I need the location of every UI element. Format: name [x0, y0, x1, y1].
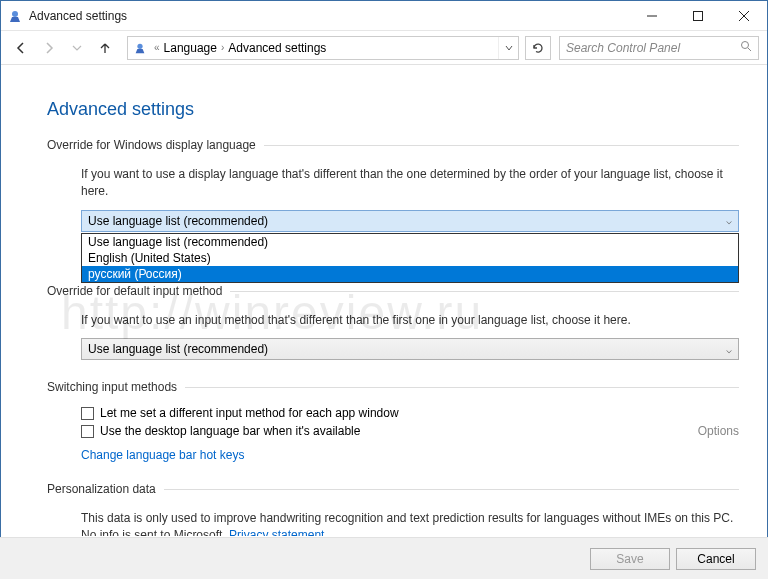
forward-button[interactable] [37, 36, 61, 60]
svg-point-0 [12, 11, 18, 17]
personalization-help: This data is only used to improve handwr… [81, 510, 739, 536]
breadcrumb-item[interactable]: Advanced settings [228, 41, 326, 55]
display-language-combo[interactable]: Use language list (recommended) ⌵ Use la… [81, 210, 739, 232]
control-panel-icon [132, 40, 148, 56]
display-language-help: If you want to use a display language th… [81, 166, 739, 200]
chevron-down-icon: ⌵ [726, 344, 732, 355]
window-icon [7, 8, 23, 24]
footer-bar: Save Cancel [0, 537, 768, 579]
back-button[interactable] [9, 36, 33, 60]
search-input[interactable]: Search Control Panel [559, 36, 759, 60]
recent-locations-button[interactable] [65, 36, 89, 60]
options-link[interactable]: Options [698, 424, 739, 438]
navigation-bar: « Language › Advanced settings Search Co… [1, 31, 767, 65]
close-button[interactable] [721, 1, 767, 31]
breadcrumb-item[interactable]: Language [164, 41, 217, 55]
search-icon [740, 40, 752, 55]
checkbox-label: Use the desktop language bar when it's a… [100, 424, 360, 438]
combo-value: Use language list (recommended) [88, 214, 268, 228]
chevron-right-icon: › [221, 42, 224, 53]
dropdown-option[interactable]: English (United States) [82, 250, 738, 266]
address-bar[interactable]: « Language › Advanced settings [127, 36, 519, 60]
content-area: Advanced settings Override for Windows d… [1, 65, 767, 536]
group-header-input-method: Override for default input method [47, 284, 739, 298]
group-header-switching: Switching input methods [47, 380, 739, 394]
search-placeholder: Search Control Panel [566, 41, 740, 55]
window-title: Advanced settings [29, 9, 629, 23]
chevron-right-icon: « [154, 42, 160, 53]
privacy-link[interactable]: Privacy statement [229, 528, 324, 536]
desktop-language-bar-checkbox[interactable] [81, 425, 94, 438]
up-button[interactable] [93, 36, 117, 60]
input-method-help: If you want to use an input method that'… [81, 312, 739, 329]
svg-point-6 [742, 42, 749, 49]
display-language-dropdown: Use language list (recommended) English … [81, 233, 739, 283]
chevron-down-icon: ⌵ [726, 215, 732, 226]
minimize-button[interactable] [629, 1, 675, 31]
group-header-personalization: Personalization data [47, 482, 739, 496]
maximize-button[interactable] [675, 1, 721, 31]
title-bar: Advanced settings [1, 1, 767, 31]
refresh-button[interactable] [525, 36, 551, 60]
svg-rect-2 [694, 11, 703, 20]
input-method-combo[interactable]: Use language list (recommended) ⌵ [81, 338, 739, 360]
save-button[interactable]: Save [590, 548, 670, 570]
dropdown-option[interactable]: Use language list (recommended) [82, 234, 738, 250]
checkbox-label: Let me set a different input method for … [100, 406, 399, 420]
hotkeys-link[interactable]: Change language bar hot keys [81, 448, 244, 462]
combo-value: Use language list (recommended) [88, 342, 268, 356]
svg-line-7 [748, 48, 751, 51]
group-header-display-language: Override for Windows display language [47, 138, 739, 152]
cancel-button[interactable]: Cancel [676, 548, 756, 570]
svg-point-5 [137, 43, 142, 48]
per-app-input-checkbox[interactable] [81, 407, 94, 420]
dropdown-option[interactable]: русский (Россия) [82, 266, 738, 282]
page-title: Advanced settings [47, 99, 739, 120]
address-dropdown-button[interactable] [498, 37, 518, 59]
